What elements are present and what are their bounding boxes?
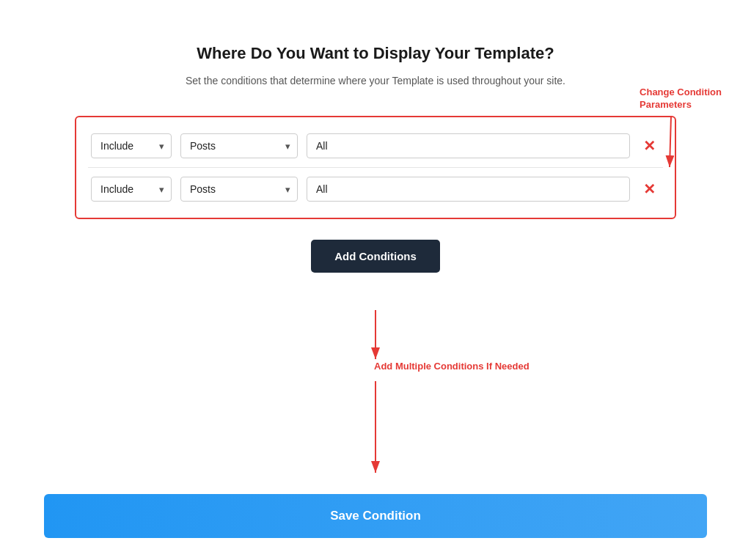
center-section: Include Exclude Posts Pages Categories T… bbox=[75, 116, 676, 273]
condition-row-2: Include Exclude Posts Pages Categories T… bbox=[88, 167, 663, 210]
add-btn-wrapper: Add Conditions bbox=[311, 240, 440, 273]
include-select-wrapper-1: Include Exclude bbox=[91, 133, 172, 158]
page-subtitle: Set the conditions that determine where … bbox=[186, 75, 565, 86]
scope-select-1[interactable]: All Specific bbox=[307, 133, 630, 158]
type-select-wrapper-2: Posts Pages Categories Tags bbox=[180, 177, 298, 202]
add-conditions-button[interactable]: Add Conditions bbox=[311, 240, 440, 273]
save-condition-button[interactable]: Save Condition bbox=[44, 494, 707, 538]
page-wrapper: Where Do You Want to Display Your Templa… bbox=[0, 0, 751, 560]
type-select-2[interactable]: Posts Pages Categories Tags bbox=[180, 177, 298, 202]
scope-select-wrapper-1: All Specific bbox=[307, 133, 630, 158]
page-title: Where Do You Want to Display Your Templa… bbox=[197, 44, 554, 63]
type-select-1[interactable]: Posts Pages Categories Tags bbox=[180, 133, 298, 158]
type-select-wrapper-1: Posts Pages Categories Tags bbox=[180, 133, 298, 158]
delete-condition-2[interactable]: ✕ bbox=[639, 179, 660, 199]
scope-select-wrapper-2: All Specific bbox=[307, 177, 630, 202]
scope-select-2[interactable]: All Specific bbox=[307, 177, 630, 202]
include-select-wrapper-2: Include Exclude bbox=[91, 177, 172, 202]
include-select-1[interactable]: Include Exclude bbox=[91, 133, 172, 158]
conditions-box: Include Exclude Posts Pages Categories T… bbox=[75, 116, 676, 219]
delete-condition-1[interactable]: ✕ bbox=[639, 136, 660, 156]
condition-row-1: Include Exclude Posts Pages Categories T… bbox=[88, 125, 663, 167]
include-select-2[interactable]: Include Exclude bbox=[91, 177, 172, 202]
